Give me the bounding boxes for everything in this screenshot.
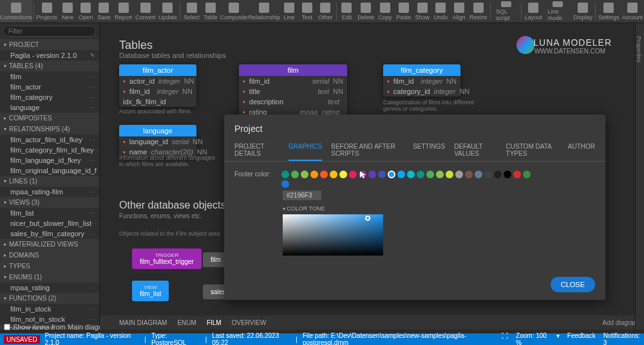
section-materialized-views[interactable]: MATERIALIZED VIEWS <box>0 239 99 250</box>
color-swatch[interactable] <box>339 171 347 178</box>
color-swatch[interactable] <box>388 171 395 178</box>
section-domains[interactable]: DOMAINS <box>0 250 99 261</box>
section-tables[interactable]: TABLES (4) <box>0 61 99 71</box>
color-swatch[interactable] <box>446 171 453 178</box>
toolbar-delete[interactable]: Delete <box>355 0 376 23</box>
zoom-dropdown-icon[interactable]: ▾ <box>556 332 560 345</box>
add-diagram-button[interactable]: Add diagram <box>602 319 639 326</box>
fit-icon[interactable]: ⛶ <box>502 332 508 345</box>
toolbar-other[interactable]: Other <box>316 0 335 23</box>
hex-input[interactable] <box>283 191 321 200</box>
section-types[interactable]: TYPES <box>0 261 99 272</box>
modal-tab-settings[interactable]: SETTINGS <box>413 139 445 161</box>
toolbar-line-mode[interactable]: Line mode <box>544 0 572 23</box>
toolbar-connections[interactable]: Connections <box>0 0 32 23</box>
properties-panel-collapsed[interactable]: Properties <box>635 23 644 330</box>
color-swatch[interactable] <box>330 171 337 178</box>
sidebar-item[interactable]: film_category_film_id_fkey⋯ <box>0 145 99 155</box>
color-tone-picker[interactable] <box>283 214 383 256</box>
diagram-tab-film[interactable]: FILM <box>207 319 222 326</box>
sidebar-item[interactable]: film_actor_film_id_fkey⋯ <box>0 135 99 145</box>
toolbar-convert[interactable]: Convert <box>134 0 157 23</box>
sidebar-item[interactable]: film_in_stock⋯ <box>0 304 99 314</box>
color-swatch[interactable] <box>475 171 482 178</box>
object-trigger[interactable]: TRIGGER film_fulltext_trigger <box>132 248 202 269</box>
toolbar-copy[interactable]: Copy <box>376 0 394 23</box>
close-button[interactable]: CLOSE <box>551 277 595 292</box>
toolbar-report[interactable]: Report <box>113 0 133 23</box>
modal-tab-project-details[interactable]: PROJECT DETAILS <box>234 139 279 161</box>
table-language[interactable]: language •language_idserialNN•namecharac… <box>119 125 196 157</box>
modal-tab-graphics[interactable]: GRAPHICS <box>289 139 322 161</box>
color-swatch[interactable] <box>523 171 531 178</box>
toolbar-undo[interactable]: Undo <box>431 0 450 23</box>
color-swatch[interactable] <box>320 171 328 178</box>
diagram-tab-overview[interactable]: OVERVIEW <box>232 319 267 326</box>
color-swatch[interactable] <box>513 171 521 178</box>
sidebar-item[interactable]: mpaa_rating-film⋯ <box>0 187 99 197</box>
color-swatch[interactable] <box>281 180 289 188</box>
table-film-category[interactable]: film_category •film_idintegerNN•category… <box>383 64 460 97</box>
color-swatch[interactable] <box>359 171 366 178</box>
toolbar-save[interactable]: Save <box>95 0 113 23</box>
color-swatch[interactable] <box>484 171 492 178</box>
notifications-link[interactable]: Notifications: 3 <box>603 332 640 345</box>
toolbar-text[interactable]: Text <box>298 0 316 23</box>
toolbar-projects[interactable]: Projects <box>35 0 58 23</box>
toolbar-sql-script[interactable]: SQL script <box>492 0 520 23</box>
toolbar-settings[interactable]: Settings <box>597 0 620 23</box>
color-swatch[interactable] <box>426 171 434 178</box>
sidebar-item[interactable]: film⋯ <box>0 71 99 82</box>
section-views[interactable]: VIEWS (3) <box>0 197 99 208</box>
section-composites[interactable]: COMPOSITES <box>0 113 99 124</box>
toolbar-open[interactable]: Open <box>77 0 95 23</box>
color-swatch[interactable] <box>465 171 473 178</box>
color-swatch[interactable] <box>301 171 308 178</box>
color-swatch[interactable] <box>504 171 511 178</box>
toolbar-line[interactable]: Line <box>280 0 298 23</box>
sidebar-item[interactable]: language⋯ <box>0 102 99 113</box>
toolbar-select[interactable]: Select <box>182 0 202 23</box>
color-swatch[interactable] <box>436 171 444 178</box>
sidebar-item[interactable]: film_list⋯ <box>0 208 99 218</box>
toolbar-display[interactable]: Display <box>572 0 594 23</box>
section-enums[interactable]: ENUMS (1) <box>0 272 99 283</box>
filter-input[interactable] <box>3 26 96 37</box>
modal-tab-default-values[interactable]: DEFAULT VALUES <box>454 139 497 161</box>
sidebar-item[interactable]: film_original_language_id_f⋯ <box>0 165 99 176</box>
show-items-checkbox[interactable] <box>4 324 10 330</box>
color-swatch[interactable] <box>494 171 502 178</box>
toolbar-composite[interactable]: Composite <box>220 0 248 23</box>
sidebar-item[interactable]: sales_by_film_category⋯ <box>0 228 99 239</box>
section-relationships[interactable]: RELATIONSHIPS (4) <box>0 124 99 135</box>
color-tone-toggle[interactable]: COLOR TONE <box>283 205 595 212</box>
diagram-tab-main-diagram[interactable]: MAIN DIAGRAM <box>119 319 167 326</box>
toolbar-align[interactable]: Align <box>450 0 468 23</box>
toolbar-update[interactable]: Update <box>157 0 179 23</box>
show-items-toggle[interactable]: Show items from Main diagram <box>4 323 100 330</box>
modal-tab-before-and-after-scripts[interactable]: BEFORE AND AFTER SCRIPTS <box>331 139 404 161</box>
modal-tab-custom-data-types[interactable]: CUSTOM DATA TYPES <box>506 139 559 161</box>
color-swatch[interactable] <box>349 171 357 178</box>
tone-picker-handle[interactable] <box>365 216 370 221</box>
toolbar-paste[interactable]: Paste <box>394 0 413 23</box>
toolbar-table[interactable]: Table <box>202 0 220 23</box>
color-swatch[interactable] <box>291 171 299 178</box>
color-swatch[interactable] <box>378 171 386 178</box>
sidebar-item[interactable]: Pagila - version 2.1.0✎ <box>0 50 99 61</box>
color-swatch[interactable] <box>417 171 424 178</box>
color-swatch[interactable] <box>455 171 463 178</box>
color-swatch[interactable] <box>397 171 405 178</box>
table-film-actor[interactable]: film_actor •actor_idintegerNN•film_idint… <box>119 64 196 107</box>
color-swatch[interactable] <box>310 171 318 178</box>
object-view[interactable]: VIEW film_list <box>132 281 169 301</box>
color-swatch[interactable] <box>368 171 376 178</box>
color-swatch[interactable] <box>281 171 289 178</box>
toolbar-edit[interactable]: Edit <box>337 0 355 23</box>
sidebar-item[interactable]: mpaa_rating⋯ <box>0 283 99 293</box>
diagram-tab-enum[interactable]: ENUM <box>177 319 196 326</box>
sidebar-item[interactable]: film_category⋯ <box>0 92 99 102</box>
sidebar-item[interactable]: film_actor⋯ <box>0 82 99 92</box>
toolbar-show[interactable]: Show <box>413 0 431 23</box>
toolbar-layout[interactable]: Layout <box>523 0 544 23</box>
